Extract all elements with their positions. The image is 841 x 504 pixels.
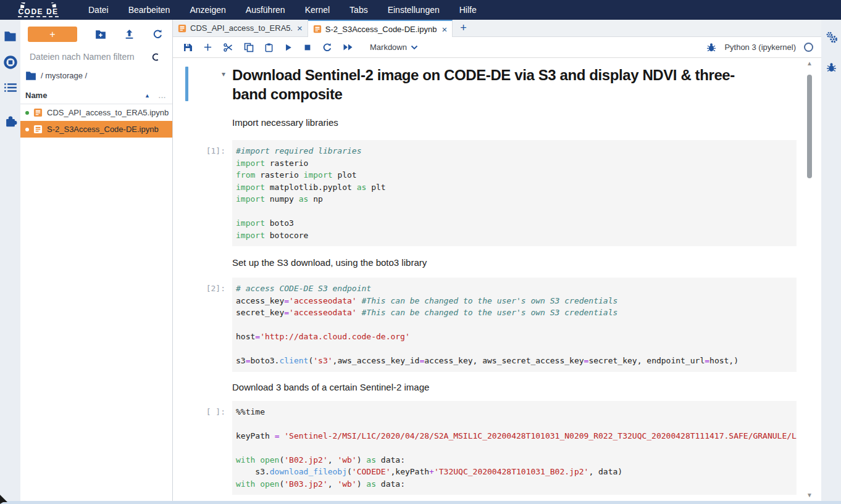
bottom-status-strip: [0, 501, 841, 504]
menu-tabs[interactable]: Tabs: [340, 0, 378, 20]
filter-icon[interactable]: [151, 52, 160, 62]
new-tab-button[interactable]: +: [453, 20, 474, 36]
code-cell-1[interactable]: [1]: #import required librariesimport ra…: [185, 140, 797, 246]
notebook-file-icon: [33, 108, 43, 117]
notebook-tab-icon: [313, 25, 322, 33]
code-de-logo: CODE DE: [17, 2, 60, 17]
file-name: CDS_API_access_to_ERA5.ipynb: [47, 108, 169, 117]
file-name: S-2_S3Access_Code-DE.ipynb: [47, 125, 159, 134]
table-of-contents-icon[interactable]: [4, 83, 17, 93]
cut-cells-icon[interactable]: [223, 43, 233, 52]
restart-run-all-icon[interactable]: [343, 43, 353, 51]
markdown-text: Import necessary libraries: [232, 116, 338, 128]
close-icon[interactable]: ×: [441, 25, 447, 34]
refresh-icon[interactable]: [153, 29, 163, 39]
markdown-text: Download 3 bands of a certain Sentinel-2…: [232, 381, 429, 392]
code-editor[interactable]: # access CODE-DE S3 endpointaccess_key='…: [232, 278, 797, 372]
sort-ascending-icon[interactable]: ▲: [144, 93, 150, 99]
notebook-panel: ▾ Download Sentinel-2 image on CODE-DE v…: [173, 58, 821, 504]
tab-s2-s3access[interactable]: S-2_S3Access_Code-DE.ipynb ×: [308, 20, 453, 37]
kernel-running-dot: [25, 111, 29, 115]
file-filter-input[interactable]: [30, 52, 151, 62]
menu-items: Datei Bearbeiten Anzeigen Ausführen Kern…: [78, 0, 487, 20]
markdown-cell-download[interactable]: Download 3 bands of a certain Sentinel-2…: [185, 381, 797, 392]
file-row-s2-selected[interactable]: S-2_S3Access_Code-DE.ipynb: [20, 121, 172, 138]
vertical-scrollbar[interactable]: ▲ ▼: [805, 60, 814, 500]
new-launcher-button[interactable]: +: [28, 27, 77, 42]
menu-ausfuehren[interactable]: Ausführen: [236, 0, 295, 20]
collapse-cell-icon[interactable]: ▾: [222, 68, 225, 78]
save-icon[interactable]: [183, 43, 193, 52]
extensions-icon[interactable]: [4, 115, 17, 128]
markdown-title-cell[interactable]: ▾ Download Sentinel-2 image on CODE-DE v…: [185, 65, 797, 104]
file-browser-toolbar: +: [20, 20, 172, 42]
run-cell-icon[interactable]: [284, 43, 293, 52]
folder-icon: [25, 71, 36, 80]
top-menu-bar: CODE DE Datei Bearbeiten Anzeigen Ausfüh…: [0, 0, 841, 20]
tab-label: CDS_API_access_to_ERA5.ipynb: [190, 23, 292, 33]
kernel-running-dot: [25, 128, 29, 131]
notebook-tab-icon: [178, 24, 186, 33]
upload-icon[interactable]: [124, 29, 135, 39]
notebook-file-icon: [33, 125, 43, 134]
kernel-status-indicator: [804, 43, 813, 52]
more-icon[interactable]: ...: [159, 92, 166, 99]
logo-text: CODE DE: [18, 8, 58, 17]
code-editor[interactable]: #import required librariesimport rasteri…: [232, 140, 797, 246]
menu-datei[interactable]: Datei: [78, 0, 119, 20]
menu-anzeigen[interactable]: Anzeigen: [180, 0, 235, 20]
name-column-header[interactable]: Name: [25, 91, 47, 100]
menu-kernel[interactable]: Kernel: [295, 0, 340, 20]
menu-hilfe[interactable]: Hilfe: [450, 0, 487, 20]
notebook-content: ▾ Download Sentinel-2 image on CODE-DE v…: [173, 58, 821, 504]
insert-cell-icon[interactable]: [203, 43, 212, 52]
tab-cds-api[interactable]: CDS_API_access_to_ERA5.ipynb ×: [173, 20, 308, 36]
chevron-down-icon: [411, 45, 418, 50]
scrollbar-track[interactable]: [805, 68, 814, 492]
execution-prompt: [2]:: [185, 278, 232, 372]
breadcrumb-path: / mystorage /: [41, 71, 87, 80]
scroll-down-icon[interactable]: ▼: [806, 492, 813, 500]
file-filter: [30, 52, 166, 62]
code-cell-3[interactable]: [ ]: %%time keyPath = 'Sentinel-2/MSI/L1…: [185, 401, 797, 495]
running-kernels-icon[interactable]: [4, 56, 17, 69]
close-icon[interactable]: ×: [297, 23, 303, 33]
paste-cells-icon[interactable]: [264, 43, 274, 52]
cell-type-value: Markdown: [370, 43, 407, 52]
kernel-name[interactable]: Python 3 (ipykernel): [724, 43, 796, 52]
execution-prompt: [1]:: [185, 140, 232, 246]
property-inspector-icon[interactable]: [825, 31, 838, 44]
scroll-up-icon[interactable]: ▲: [806, 60, 813, 68]
mouse-cursor: [0, 494, 9, 504]
menu-einstellungen[interactable]: Einstellungen: [378, 0, 450, 20]
copy-cells-icon[interactable]: [244, 43, 254, 52]
code-cell-2[interactable]: [2]: # access CODE-DE S3 endpointaccess_…: [185, 278, 797, 372]
breadcrumb[interactable]: / mystorage /: [25, 71, 167, 80]
new-folder-icon[interactable]: [95, 30, 106, 39]
tab-bar: CDS_API_access_to_ERA5.ipynb × S-2_S3Acc…: [173, 20, 821, 37]
markdown-cell-import[interactable]: Import necessary libraries: [185, 116, 797, 128]
file-browser-panel: + / mystorage / Name ▲ ...: [20, 20, 173, 504]
debugger-sidebar-icon[interactable]: [826, 62, 837, 73]
right-activity-bar: [821, 20, 841, 504]
menu-bearbeiten[interactable]: Bearbeiten: [119, 0, 180, 20]
left-activity-bar: [0, 20, 20, 504]
main-area: CDS_API_access_to_ERA5.ipynb × S-2_S3Acc…: [173, 20, 821, 504]
markdown-text: Set up the S3 download, using the boto3 …: [232, 256, 427, 268]
scrollbar-thumb[interactable]: [807, 75, 812, 178]
execution-prompt: [ ]:: [185, 401, 232, 495]
selected-cell-bar: [185, 67, 188, 101]
notebook-toolbar: Markdown Python 3 (ipykernel): [173, 37, 821, 58]
tab-label: S-2_S3Access_Code-DE.ipynb: [325, 25, 437, 34]
toolbar-right: Python 3 (ipykernel): [706, 43, 821, 52]
interrupt-kernel-icon[interactable]: [303, 43, 312, 52]
markdown-cell-setup[interactable]: Set up the S3 download, using the boto3 …: [185, 256, 797, 268]
restart-kernel-icon[interactable]: [322, 43, 332, 52]
cell-type-dropdown[interactable]: Markdown: [370, 43, 418, 52]
debugger-icon[interactable]: [706, 43, 716, 52]
file-list-header[interactable]: Name ▲ ...: [20, 88, 172, 104]
code-editor[interactable]: %%time keyPath = 'Sentinel-2/MSI/L1C/202…: [232, 401, 797, 495]
file-browser-icon[interactable]: [4, 31, 17, 42]
file-row-cds[interactable]: CDS_API_access_to_ERA5.ipynb: [20, 104, 172, 121]
notebook-heading: Download Sentinel-2 image on CODE-DE via…: [232, 65, 745, 104]
